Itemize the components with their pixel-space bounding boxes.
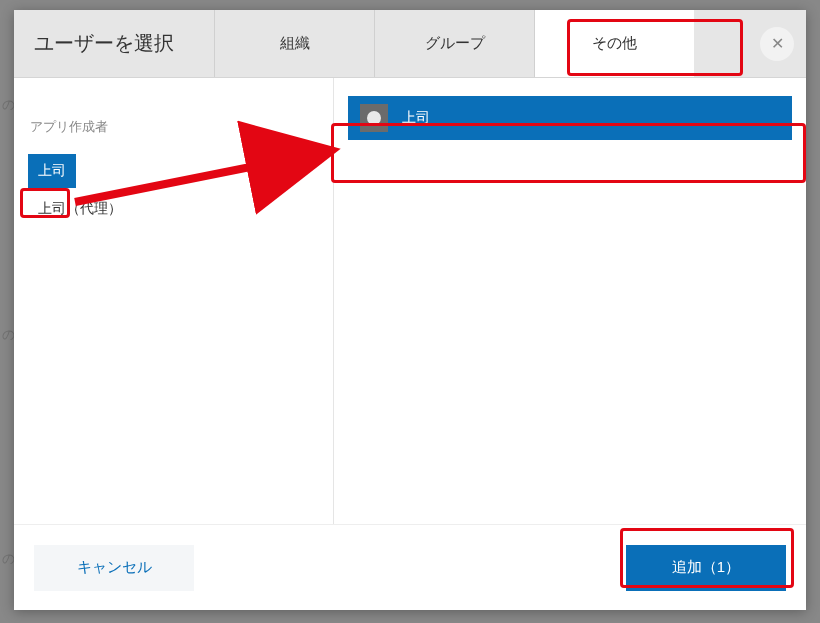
sidebar-item-boss-proxy[interactable]: 上司（代理） <box>28 192 132 226</box>
sidebar-item-boss[interactable]: 上司 <box>28 154 76 188</box>
main-panel: 上司 <box>334 78 806 524</box>
close-icon: ✕ <box>771 34 784 53</box>
tab-other[interactable]: その他 <box>534 10 694 77</box>
sidebar: アプリ作成者 上司 上司（代理） <box>14 78 334 524</box>
tab-group[interactable]: グループ <box>374 10 534 77</box>
dialog-footer: キャンセル 追加（1） <box>14 524 806 610</box>
list-item-boss[interactable]: 上司 <box>348 96 792 140</box>
dialog-header: ユーザーを選択 組織 グループ その他 ✕ <box>14 10 806 78</box>
tab-organization[interactable]: 組織 <box>214 10 374 77</box>
list-item-label: 上司 <box>402 109 430 127</box>
add-button[interactable]: 追加（1） <box>626 545 786 591</box>
tab-bar: 組織 グループ その他 <box>214 10 744 77</box>
user-dot-icon <box>367 111 381 125</box>
dialog-body: アプリ作成者 上司 上司（代理） 上司 <box>14 78 806 524</box>
dialog-title: ユーザーを選択 <box>34 30 174 57</box>
cancel-button[interactable]: キャンセル <box>34 545 194 591</box>
user-thumb-icon <box>360 104 388 132</box>
user-select-dialog: ユーザーを選択 組織 グループ その他 ✕ アプリ作成者 上司 上司（代理） 上 <box>14 10 806 610</box>
sidebar-section-label: アプリ作成者 <box>28 118 319 136</box>
close-button[interactable]: ✕ <box>760 27 794 61</box>
